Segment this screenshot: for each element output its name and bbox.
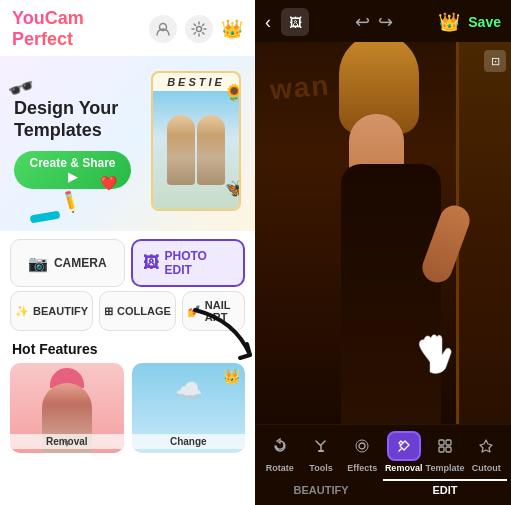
removal-label: Removal xyxy=(385,463,423,473)
banner-area: 🕶️ ❤️ ✏️ Design Your Templates Create & … xyxy=(0,56,255,231)
beautify-button[interactable]: ✨ BEAUTIFY xyxy=(10,291,93,331)
change-label: Change xyxy=(132,434,246,449)
photo-edit-button[interactable]: 🖼 PHOTO EDIT xyxy=(131,239,246,287)
effects-label: Effects xyxy=(347,463,377,473)
expand-arrow: ▾ xyxy=(64,436,70,450)
tool-effects[interactable]: Effects xyxy=(342,431,383,473)
photo-edit-icon: 🖼 xyxy=(143,254,159,272)
settings-icon[interactable] xyxy=(185,15,213,43)
svg-rect-5 xyxy=(439,440,444,445)
beautify-icon: ✨ xyxy=(15,305,29,318)
banner-background: 🕶️ ❤️ ✏️ Design Your Templates Create & … xyxy=(0,56,255,231)
back-arrow-icon[interactable]: ‹ xyxy=(265,12,271,33)
bestie-card: BESTIE 🌻 🦋 xyxy=(151,71,241,211)
heart-decoration: ❤️ xyxy=(100,175,117,191)
grid-buttons-row2: ✨ BEAUTIFY ⊞ COLLAGE 💅 NAIL ART xyxy=(0,291,255,337)
figure-left xyxy=(167,115,195,185)
camera-label: CAMERA xyxy=(54,256,107,270)
bestie-photo: 🌻 🦋 xyxy=(153,91,239,209)
tools-label: Tools xyxy=(309,463,332,473)
woman-body xyxy=(341,164,441,424)
crown-icon-right[interactable]: 👑 xyxy=(438,11,460,33)
photo-edit-label: PHOTO EDIT xyxy=(165,249,234,277)
tabs-row: BEAUTIFY EDIT xyxy=(255,475,511,505)
svg-point-3 xyxy=(359,443,365,449)
svg-rect-2 xyxy=(318,450,324,452)
tool-template[interactable]: Template xyxy=(424,431,465,473)
tools-icon-wrap xyxy=(304,431,338,461)
right-header-right: 👑 Save xyxy=(438,11,501,33)
tools-row: Rotate Tools xyxy=(255,425,511,475)
bestie-figures xyxy=(167,115,225,185)
collage-icon: ⊞ xyxy=(104,305,113,318)
teal-decoration xyxy=(30,210,61,223)
nail-icon: 💅 xyxy=(187,305,201,318)
camera-button[interactable]: 📷 CAMERA xyxy=(10,239,125,287)
banner-title: Design Your Templates xyxy=(14,98,131,141)
tool-rotate[interactable]: Rotate xyxy=(259,431,300,473)
nail-label: NAIL ART xyxy=(205,299,240,323)
hot-features-title: Hot Features xyxy=(0,337,255,363)
crown-icon-header[interactable]: 👑 xyxy=(221,18,243,40)
svg-point-4 xyxy=(356,440,368,452)
grid-buttons-row1: 📷 CAMERA 🖼 PHOTO EDIT xyxy=(0,231,255,291)
wall-text: wan xyxy=(269,69,332,106)
banner-image: BESTIE 🌻 🦋 xyxy=(131,66,241,221)
svg-rect-7 xyxy=(439,447,444,452)
right-header-center: ↩ ↪ xyxy=(355,11,393,33)
effects-icon-wrap xyxy=(345,431,379,461)
collapse-icon[interactable]: ⊡ xyxy=(484,50,506,72)
tool-cutout[interactable]: Cutout xyxy=(466,431,507,473)
removal-icon-wrap xyxy=(387,431,421,461)
feature-removal[interactable]: Removal ▾ xyxy=(10,363,124,453)
features-row: Removal ▾ 👑 ☁️ Change xyxy=(0,363,255,453)
svg-rect-8 xyxy=(446,447,451,452)
nail-art-button[interactable]: 💅 NAIL ART xyxy=(182,291,245,331)
tool-removal[interactable]: Removal xyxy=(383,431,424,473)
cutout-label: Cutout xyxy=(472,463,501,473)
camera-icon: 📷 xyxy=(28,254,48,273)
right-header-left: ‹ 🖼 xyxy=(265,8,309,36)
butterfly-decoration: 🦋 xyxy=(225,177,241,199)
crown-badge: 👑 xyxy=(223,368,240,384)
tab-beautify[interactable]: BEAUTIFY xyxy=(259,479,383,499)
right-panel: ‹ 🖼 ↩ ↪ 👑 Save wan ⊡ xyxy=(255,0,511,505)
template-icon-wrap xyxy=(428,431,462,461)
undo-icon[interactable]: ↩ xyxy=(355,11,370,33)
feature-change[interactable]: 👑 ☁️ Change xyxy=(132,363,246,453)
left-panel: YouCam Perfect 👑 🕶️ ❤️ ✏️ xyxy=(0,0,255,505)
beautify-label: BEAUTIFY xyxy=(33,305,88,317)
image-icon[interactable]: 🖼 xyxy=(281,8,309,36)
template-label: Template xyxy=(426,463,465,473)
collage-button[interactable]: ⊞ COLLAGE xyxy=(99,291,176,331)
pencils-decoration: ✏️ xyxy=(57,188,84,214)
redo-icon[interactable]: ↪ xyxy=(378,11,393,33)
cloud-decoration: ☁️ xyxy=(175,378,202,404)
tab-edit[interactable]: EDIT xyxy=(383,479,507,499)
right-header: ‹ 🖼 ↩ ↪ 👑 Save xyxy=(255,0,511,42)
collage-label: COLLAGE xyxy=(117,305,171,317)
tool-tools[interactable]: Tools xyxy=(300,431,341,473)
cutout-icon-wrap xyxy=(469,431,503,461)
photo-background: wan ⊡ xyxy=(255,42,511,424)
figure-right xyxy=(197,115,225,185)
svg-point-1 xyxy=(197,27,202,32)
feature-change-inner: 👑 ☁️ Change xyxy=(132,363,246,453)
main-photo-area: wan ⊡ xyxy=(255,42,511,424)
header-icons: 👑 xyxy=(149,15,243,43)
save-button[interactable]: Save xyxy=(468,14,501,30)
bottom-toolbar: Rotate Tools xyxy=(255,424,511,505)
svg-rect-6 xyxy=(446,440,451,445)
profile-icon[interactable] xyxy=(149,15,177,43)
app-header: YouCam Perfect 👑 xyxy=(0,0,255,56)
feature-removal-inner: Removal ▾ xyxy=(10,363,124,453)
woman-figure xyxy=(311,104,471,424)
app-logo: YouCam Perfect xyxy=(12,8,149,50)
flower-decoration: 🌻 xyxy=(224,83,241,102)
rotate-label: Rotate xyxy=(266,463,294,473)
rotate-icon-wrap xyxy=(263,431,297,461)
